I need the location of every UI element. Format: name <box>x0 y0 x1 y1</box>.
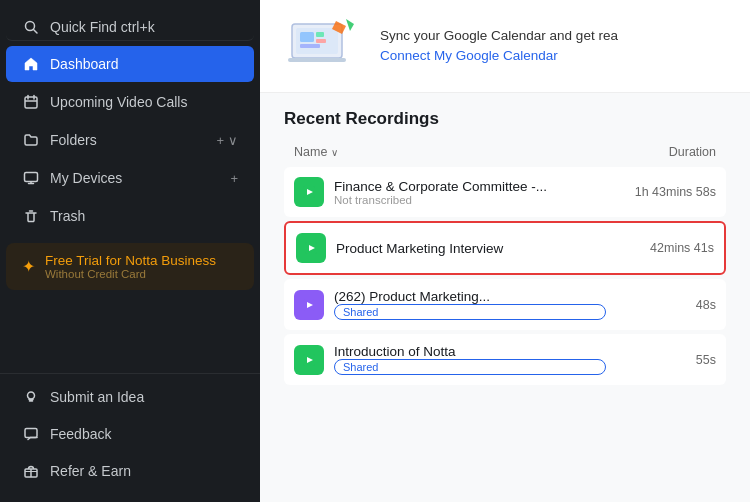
gift-icon <box>22 462 40 480</box>
calendar-sync-banner: Sync your Google Calendar and get rea Co… <box>260 0 750 93</box>
recording-duration: 48s <box>616 298 716 312</box>
search-icon <box>22 18 40 36</box>
sidebar-item-label: Trash <box>50 208 238 224</box>
table-row[interactable]: Product Marketing Interview 42mins 41s <box>284 221 726 275</box>
main-content: Sync your Google Calendar and get rea Co… <box>260 0 750 502</box>
sidebar-item-label: Dashboard <box>50 56 238 72</box>
recording-duration: 1h 43mins 58s <box>616 185 716 199</box>
sidebar-item-label: Submit an Idea <box>50 389 238 405</box>
trash-icon <box>22 207 40 225</box>
sidebar-item-submit-idea[interactable]: Submit an Idea <box>6 379 254 415</box>
calendar-icon <box>22 93 40 111</box>
recording-icon <box>294 345 324 375</box>
recording-icon <box>294 177 324 207</box>
recording-name: Finance & Corporate Committee -... <box>334 179 606 194</box>
recording-icon <box>294 290 324 320</box>
table-header: Name ∨ Duration <box>284 141 726 163</box>
star-icon: ✦ <box>22 257 35 276</box>
sidebar-item-dashboard[interactable]: Dashboard <box>6 46 254 82</box>
recording-duration: 42mins 41s <box>614 241 714 255</box>
calendar-text: Sync your Google Calendar and get rea Co… <box>380 26 618 67</box>
free-trial-banner[interactable]: ✦ Free Trial for Notta Business Without … <box>6 243 254 290</box>
message-icon <box>22 425 40 443</box>
lightbulb-icon <box>22 388 40 406</box>
sidebar-item-label: Feedback <box>50 426 238 442</box>
add-device-icon[interactable]: + <box>230 171 238 186</box>
add-folder-icon[interactable]: + <box>216 133 224 148</box>
col-duration-header: Duration <box>616 145 716 159</box>
sort-chevron-icon: ∨ <box>331 147 338 158</box>
svg-rect-10 <box>25 429 37 438</box>
recordings-list: Finance & Corporate Committee -... Not t… <box>284 167 726 385</box>
recording-info: Introduction of Notta Shared <box>334 344 606 375</box>
recording-name: (262) Product Marketing... <box>334 289 606 304</box>
trial-title: Free Trial for Notta Business <box>45 253 216 268</box>
chevron-down-icon[interactable]: ∨ <box>228 133 238 148</box>
svg-rect-2 <box>25 97 37 108</box>
sidebar-item-my-devices[interactable]: My Devices + <box>6 160 254 196</box>
trial-sub: Without Credit Card <box>45 268 216 280</box>
connect-calendar-link[interactable]: Connect My Google Calendar <box>380 48 558 63</box>
recordings-title: Recent Recordings <box>284 109 726 129</box>
sidebar-item-label: Refer & Earn <box>50 463 238 479</box>
recording-info: Finance & Corporate Committee -... Not t… <box>334 179 606 206</box>
sidebar-item-refer-earn[interactable]: Refer & Earn <box>6 453 254 489</box>
svg-marker-21 <box>346 19 354 31</box>
svg-rect-22 <box>288 58 346 62</box>
monitor-icon <box>22 169 40 187</box>
sidebar-bottom: Submit an Idea Feedback Refer & Earn <box>0 373 260 494</box>
table-row[interactable]: Finance & Corporate Committee -... Not t… <box>284 167 726 217</box>
sidebar-item-label: Quick Find ctrl+k <box>50 19 238 35</box>
recording-info: Product Marketing Interview <box>336 241 604 256</box>
svg-rect-19 <box>300 44 320 48</box>
sidebar-item-quick-find[interactable]: Quick Find ctrl+k <box>6 9 254 41</box>
sidebar-item-label: My Devices <box>50 170 220 186</box>
calendar-graphic <box>284 16 364 76</box>
recording-sub: Not transcribed <box>334 194 606 206</box>
folder-actions: + ∨ <box>216 133 238 148</box>
svg-rect-18 <box>316 39 326 43</box>
sidebar-item-upcoming[interactable]: Upcoming Video Calls <box>6 84 254 120</box>
home-icon <box>22 55 40 73</box>
folder-icon <box>22 131 40 149</box>
svg-rect-17 <box>316 32 324 37</box>
col-name-header: Name ∨ <box>294 145 616 159</box>
my-devices-actions: + <box>230 171 238 186</box>
sidebar-item-trash[interactable]: Trash <box>6 198 254 234</box>
table-row[interactable]: (262) Product Marketing... Shared 48s <box>284 279 726 330</box>
recording-name: Product Marketing Interview <box>336 241 604 256</box>
sidebar-item-feedback[interactable]: Feedback <box>6 416 254 452</box>
shared-badge: Shared <box>334 359 606 375</box>
recording-duration: 55s <box>616 353 716 367</box>
svg-rect-16 <box>300 32 314 42</box>
sidebar: Quick Find ctrl+k Dashboard Upcoming Vid… <box>0 0 260 502</box>
calendar-description: Sync your Google Calendar and get rea <box>380 28 618 43</box>
svg-rect-6 <box>25 173 38 182</box>
trial-text: Free Trial for Notta Business Without Cr… <box>45 253 216 280</box>
sidebar-item-label: Folders <box>50 132 206 148</box>
sidebar-item-folders[interactable]: Folders + ∨ <box>6 122 254 158</box>
table-row[interactable]: Introduction of Notta Shared 55s <box>284 334 726 385</box>
svg-point-9 <box>28 392 35 399</box>
svg-line-1 <box>34 30 38 34</box>
sidebar-item-label: Upcoming Video Calls <box>50 94 238 110</box>
recordings-section: Recent Recordings Name ∨ Duration Financ… <box>260 93 750 502</box>
recording-info: (262) Product Marketing... Shared <box>334 289 606 320</box>
recording-name: Introduction of Notta <box>334 344 606 359</box>
recording-icon <box>296 233 326 263</box>
shared-badge: Shared <box>334 304 606 320</box>
